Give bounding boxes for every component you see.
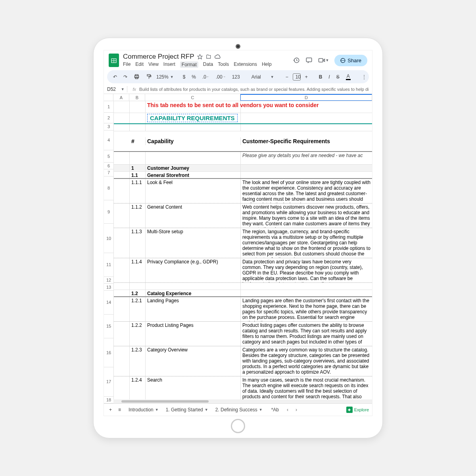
- col-header-B[interactable]: B: [129, 94, 145, 101]
- menu-tools[interactable]: Tools: [218, 61, 229, 68]
- increase-decimal-button[interactable]: .00→: [214, 73, 228, 81]
- menu-format[interactable]: Format: [180, 61, 198, 68]
- formula-input[interactable]: Build lists of attributes for products i…: [139, 87, 369, 92]
- row-header[interactable]: 8: [104, 177, 113, 200]
- comment-icon[interactable]: [305, 57, 313, 64]
- toolbar: ↶ ↷ 125% ▼ $ % .0← .00→ 123 Arial ▼ − 10…: [107, 70, 369, 83]
- svg-rect-11: [147, 75, 150, 76]
- more-formats-button[interactable]: 123: [230, 73, 242, 81]
- spreadsheet-grid[interactable]: ABCD 123456789101112131415161718 This ta…: [104, 94, 372, 403]
- sheets-logo-icon: [109, 54, 119, 67]
- tablet-frame: Commerce Project RFP FileEditViewInsertF…: [93, 38, 383, 438]
- column-headers[interactable]: ABCD: [113, 94, 372, 101]
- cloud-status-icon[interactable]: [215, 54, 221, 60]
- cells-area[interactable]: This tab needs to be sent out to all ven…: [114, 101, 372, 403]
- row-header[interactable]: 17: [104, 367, 113, 396]
- explore-button[interactable]: ✦ Explore: [346, 407, 369, 413]
- camera: [236, 44, 240, 49]
- star-icon[interactable]: [197, 54, 203, 60]
- row-header[interactable]: 7: [104, 169, 113, 176]
- tab-scroll-left[interactable]: ‹: [284, 407, 291, 413]
- cell-reference[interactable]: D52: [107, 86, 121, 92]
- fx-icon: fx: [133, 87, 136, 92]
- menu-help[interactable]: Help: [262, 61, 272, 68]
- toolbar-more-button[interactable]: ⋮: [360, 73, 369, 81]
- italic-button[interactable]: I: [326, 73, 332, 81]
- row-header[interactable]: 4: [104, 131, 113, 150]
- font-selector[interactable]: Arial ▼: [249, 73, 276, 81]
- row-header[interactable]: 10: [104, 224, 113, 253]
- col-header-A[interactable]: A: [113, 94, 129, 101]
- home-button[interactable]: [231, 419, 245, 433]
- redo-button[interactable]: ↷: [121, 73, 129, 81]
- sheet-tab[interactable]: 2. Defining Success ▼: [212, 405, 266, 414]
- app-screen: Commerce Project RFP FileEditViewInsertF…: [104, 50, 372, 416]
- menu-bar: FileEditViewInsertFormatDataToolsExtensi…: [123, 61, 289, 68]
- row-header[interactable]: 13: [104, 284, 113, 290]
- row-header[interactable]: 12: [104, 277, 113, 284]
- document-title[interactable]: Commerce Project RFP: [123, 53, 194, 61]
- paint-format-button[interactable]: [144, 72, 154, 81]
- menu-file[interactable]: File: [123, 61, 131, 68]
- menu-edit[interactable]: Edit: [135, 61, 144, 68]
- row-header[interactable]: 5: [104, 150, 113, 163]
- svg-rect-6: [319, 59, 323, 62]
- decrease-font-button[interactable]: −: [284, 73, 290, 81]
- text-color-button[interactable]: A: [344, 72, 353, 82]
- row-header[interactable]: 3: [104, 123, 113, 130]
- row-header[interactable]: 14: [104, 291, 113, 315]
- horizontal-scrollbar[interactable]: [113, 399, 372, 403]
- row-header[interactable]: 9: [104, 200, 113, 224]
- formula-bar: D52 ▼ fx Build lists of attributes for p…: [104, 85, 372, 94]
- sheet-tabs-bar: + ≡ Introduction ▼1. Getting Started ▼2.…: [104, 403, 372, 416]
- menu-data[interactable]: Data: [203, 61, 213, 68]
- row-header[interactable]: 11: [104, 253, 113, 277]
- sheet-tab-truncated[interactable]: *Ab: [268, 405, 282, 414]
- zoom-selector[interactable]: 125% ▼: [156, 74, 174, 80]
- row-header[interactable]: 18: [104, 397, 113, 403]
- sheet-tab[interactable]: Introduction ▼: [125, 405, 162, 414]
- menu-insert[interactable]: Insert: [163, 61, 175, 68]
- row-header[interactable]: 16: [104, 338, 113, 367]
- history-icon[interactable]: [293, 57, 300, 64]
- col-header-C[interactable]: C: [145, 94, 240, 101]
- percent-button[interactable]: %: [190, 73, 198, 81]
- row-header[interactable]: 1: [104, 101, 113, 113]
- share-button[interactable]: Share: [334, 55, 367, 66]
- font-size-input[interactable]: 10: [293, 73, 301, 81]
- currency-button[interactable]: $: [181, 73, 188, 81]
- increase-font-button[interactable]: +: [303, 73, 310, 81]
- menu-view[interactable]: View: [148, 61, 159, 68]
- row-header[interactable]: 2: [104, 113, 113, 123]
- undo-button[interactable]: ↶: [111, 73, 119, 81]
- add-sheet-button[interactable]: +: [107, 405, 114, 414]
- tab-scroll-right[interactable]: ›: [293, 407, 299, 413]
- print-button[interactable]: [132, 72, 142, 81]
- row-header[interactable]: 6: [104, 163, 113, 169]
- svg-rect-5: [307, 58, 312, 62]
- row-header[interactable]: 15: [104, 315, 113, 338]
- sheet-tab[interactable]: 1. Getting Started ▼: [163, 405, 211, 414]
- meet-icon[interactable]: ▼: [318, 58, 329, 63]
- title-bar: Commerce Project RFP FileEditViewInsertF…: [104, 50, 372, 69]
- row-headers[interactable]: 123456789101112131415161718: [104, 101, 114, 403]
- col-header-D[interactable]: D: [240, 94, 372, 101]
- decrease-decimal-button[interactable]: .0←: [200, 73, 211, 81]
- move-icon[interactable]: [206, 54, 211, 60]
- bold-button[interactable]: B: [317, 73, 324, 81]
- svg-marker-3: [198, 54, 203, 59]
- strikethrough-button[interactable]: S: [334, 73, 342, 81]
- menu-extensions[interactable]: Extensions: [234, 61, 257, 68]
- all-sheets-button[interactable]: ≡: [116, 405, 123, 414]
